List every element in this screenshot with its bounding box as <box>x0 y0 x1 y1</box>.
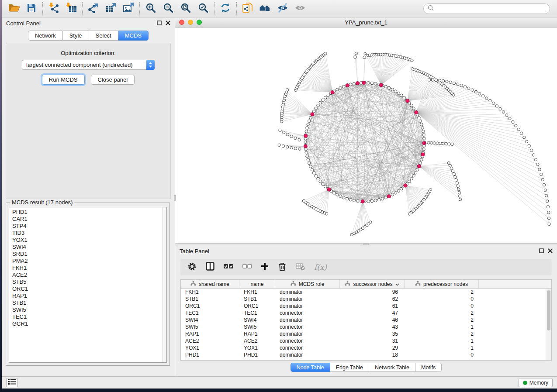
mcds-result-item[interactable]: STB1 <box>9 299 166 306</box>
tab-select[interactable]: Select <box>89 31 118 41</box>
mcds-result-item[interactable]: CAR1 <box>9 216 166 223</box>
table-cell[interactable]: dominator <box>275 296 340 302</box>
zoom-fit-button[interactable] <box>177 1 194 16</box>
table-cell[interactable]: SWI5 <box>181 324 239 330</box>
table-cell[interactable]: ACE2 <box>239 338 275 344</box>
table-cell[interactable]: STB1 <box>181 296 239 302</box>
hide-selected-button[interactable] <box>274 1 291 16</box>
tab-network[interactable]: Network <box>28 31 63 41</box>
table-cell[interactable]: 62 <box>340 296 405 302</box>
close-panel-button[interactable]: Close panel <box>91 75 135 85</box>
float-panel-icon[interactable] <box>539 248 544 254</box>
mcds-result-item[interactable]: SWI4 <box>9 244 166 251</box>
column-header-MCDS-role[interactable]: MCDS role <box>275 280 340 288</box>
table-cell[interactable]: dominator <box>275 317 340 323</box>
table-cell[interactable]: connector <box>275 345 340 351</box>
table-row[interactable]: FKH1FKH1dominator962 <box>181 289 551 296</box>
table-cell[interactable]: connector <box>275 338 340 344</box>
show-columns-button[interactable] <box>206 262 214 272</box>
column-header-name[interactable]: name <box>239 280 275 288</box>
table-cell[interactable]: 61 <box>340 303 405 309</box>
run-mcds-button[interactable]: Run MCDS <box>42 75 85 85</box>
table-cell[interactable]: SWI5 <box>239 324 275 330</box>
show-all-button[interactable] <box>291 1 309 16</box>
tab-edge-table[interactable]: Edge Table <box>330 363 369 372</box>
table-cell[interactable]: RAP1 <box>239 331 275 337</box>
table-cell[interactable]: ORC1 <box>181 303 239 309</box>
table-row[interactable]: SWI4SWI4dominator462 <box>181 316 551 323</box>
tab-style[interactable]: Style <box>63 31 89 41</box>
network-titlebar[interactable]: YPA_prune.txt_1 <box>175 17 557 28</box>
table-cell[interactable]: 0 <box>405 303 479 309</box>
close-window-icon[interactable] <box>179 20 184 25</box>
table-cell[interactable]: dominator <box>275 289 340 295</box>
table-row[interactable]: ORC1ORC1dominator610 <box>181 303 551 309</box>
mcds-list-scrollbar[interactable] <box>162 207 166 362</box>
table-cell[interactable]: connector <box>275 324 340 330</box>
mcds-result-item[interactable]: ORC1 <box>9 285 166 292</box>
table-cell[interactable]: 96 <box>340 289 405 295</box>
table-cell[interactable]: 2 <box>405 317 479 323</box>
zoom-selected-button[interactable] <box>194 1 212 16</box>
table-cell[interactable]: FKH1 <box>181 289 239 295</box>
column-header-predecessor-nodes[interactable]: predecessor nodes <box>405 280 479 288</box>
table-cell[interactable]: 47 <box>340 310 405 316</box>
vertical-splitter-handle[interactable] <box>174 195 176 201</box>
table-cell[interactable]: dominator <box>275 352 340 358</box>
table-cell[interactable]: YOX1 <box>239 345 275 351</box>
table-row[interactable]: ACE2ACE2connector311 <box>181 337 551 344</box>
table-cell[interactable]: 35 <box>340 331 405 337</box>
mcds-result-item[interactable]: TID3 <box>9 230 166 237</box>
table-row[interactable]: PHD1PHD1dominator180 <box>181 351 551 358</box>
select-all-button[interactable] <box>224 263 233 272</box>
save-session-button[interactable] <box>23 1 40 16</box>
table-cell[interactable]: 1 <box>405 345 479 351</box>
table-row[interactable]: YOX1YOX1connector291 <box>181 344 551 351</box>
network-canvas[interactable] <box>175 28 557 243</box>
table-row[interactable]: SWI5SWI5connector431 <box>181 323 551 330</box>
table-cell[interactable]: 43 <box>340 324 405 330</box>
table-cell[interactable]: RAP1 <box>181 331 239 337</box>
table-scrollbar[interactable] <box>546 289 551 360</box>
table-row[interactable]: STB1STB1dominator620 <box>181 296 551 303</box>
table-cell[interactable]: TEC1 <box>181 310 239 316</box>
add-column-button[interactable] <box>261 262 269 272</box>
refresh-button[interactable] <box>217 1 234 16</box>
mcds-result-item[interactable]: YOX1 <box>9 237 166 244</box>
table-cell[interactable]: 29 <box>340 345 405 351</box>
tab-network-table[interactable]: Network Table <box>369 363 415 372</box>
task-history-button[interactable] <box>6 378 18 387</box>
table-cell[interactable]: 31 <box>340 338 405 344</box>
table-cell[interactable]: PHD1 <box>181 352 239 358</box>
table-cell[interactable]: ORC1 <box>239 303 275 309</box>
mcds-result-item[interactable]: RAP1 <box>9 292 166 299</box>
table-cell[interactable]: 2 <box>405 289 479 295</box>
maximize-window-icon[interactable] <box>197 20 202 25</box>
mcds-result-item[interactable]: STP4 <box>9 223 166 230</box>
search-box[interactable] <box>423 3 550 14</box>
table-cell[interactable]: PHD1 <box>239 352 275 358</box>
mcds-result-item[interactable]: ACE2 <box>9 272 166 279</box>
table-cell[interactable]: 2 <box>405 331 479 337</box>
minimize-window-icon[interactable] <box>188 20 193 25</box>
table-cell[interactable]: dominator <box>275 303 340 309</box>
table-cell[interactable]: 1 <box>405 338 479 344</box>
column-header-successor-nodes[interactable]: successor nodes <box>340 280 405 288</box>
table-cell[interactable]: 1 <box>405 324 479 330</box>
search-input[interactable] <box>436 6 546 12</box>
table-cell[interactable]: 2 <box>405 310 479 316</box>
deselect-all-button[interactable] <box>242 263 252 272</box>
tab-motifs[interactable]: Motifs <box>415 363 442 372</box>
tab-node-table[interactable]: Node Table <box>291 363 330 372</box>
zoom-out-button[interactable] <box>159 1 177 16</box>
table-cell[interactable]: dominator <box>275 331 340 337</box>
close-panel-icon[interactable] <box>166 20 170 27</box>
mcds-result-item[interactable]: SWI5 <box>9 306 166 313</box>
table-cell[interactable]: 46 <box>340 317 405 323</box>
import-network-button[interactable] <box>45 1 62 16</box>
table-scrollbar-thumb[interactable] <box>547 290 550 330</box>
tab-mcds[interactable]: MCDS <box>118 31 149 41</box>
delete-column-button[interactable] <box>278 262 287 273</box>
mcds-result-item[interactable]: STB5 <box>9 279 166 285</box>
table-row[interactable]: RAP1RAP1dominator352 <box>181 330 551 337</box>
